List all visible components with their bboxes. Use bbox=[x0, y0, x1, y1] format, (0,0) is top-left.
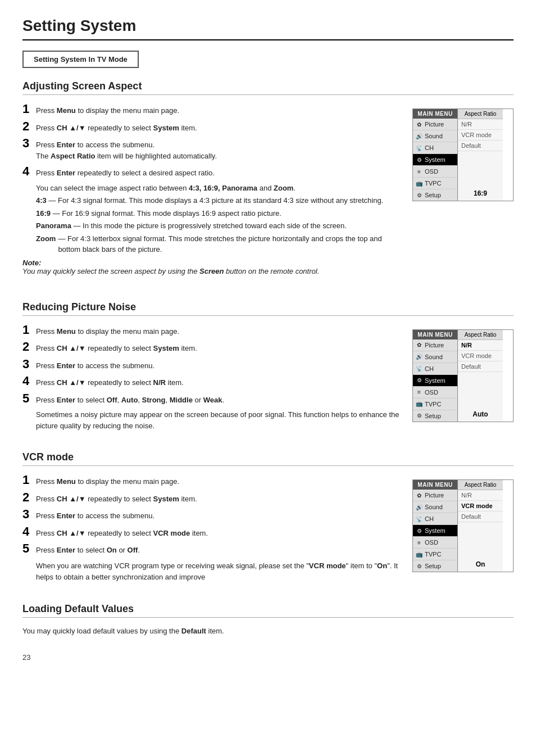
step-3-4: 4 Press CH ▲/▼ repeatedly to select VCR … bbox=[22, 526, 401, 539]
submenu-default-1: Default bbox=[458, 141, 503, 151]
step-3-2: 2 Press CH ▲/▼ repeatedly to select Syst… bbox=[22, 491, 401, 505]
picture-icon-3: ✿ bbox=[415, 491, 423, 499]
system-icon-2: ⚙ bbox=[415, 377, 423, 384]
section-title-4: Loading Default Values bbox=[22, 603, 514, 618]
menu-col-left-2: MAIN MENU ✿Picture 🔊Sound 📡CH ⚙System ≡O… bbox=[413, 330, 458, 422]
setup-icon-2: ⚙ bbox=[415, 412, 423, 420]
section-title-1: Adjusting Screen Aspect bbox=[22, 80, 514, 95]
steps-list-3: 1 Press Menu to display the menu main pa… bbox=[22, 474, 401, 556]
sound-icon-3: 🔊 bbox=[415, 503, 423, 511]
menu-item-ch-1: 📡CH bbox=[413, 142, 457, 154]
menu-header-2: MAIN MENU bbox=[413, 330, 457, 339]
menu-item-tvpc-1: 📺TVPC bbox=[413, 178, 457, 189]
menu-item-setup-2: ⚙Setup bbox=[413, 410, 457, 422]
step-2-5: 5 Press Enter to select Off, Auto, Stron… bbox=[22, 392, 401, 406]
picture-icon-2: ✿ bbox=[415, 341, 423, 349]
step-2-2: 2 Press CH ▲/▼ repeatedly to select Syst… bbox=[22, 341, 401, 354]
ch-icon-3: 📡 bbox=[415, 515, 423, 523]
menu-col-right-3: Aspect Ratio N/R VCR mode Default On bbox=[458, 480, 503, 572]
section-vcr-mode: VCR mode 1 Press Menu to display the men… bbox=[22, 451, 514, 586]
section-loading-default: Loading Default Values You may quickly l… bbox=[22, 603, 514, 637]
step-1-3: 3 Press Enter to access the submenu. The… bbox=[22, 137, 401, 161]
section-3-sub-info: When you are watching VCR program type o… bbox=[36, 560, 401, 583]
tvpc-icon-2: 📺 bbox=[415, 400, 423, 408]
picture-icon-1: ✿ bbox=[415, 120, 423, 128]
submenu-vcrmode-3: VCR mode bbox=[458, 501, 503, 511]
osd-icon-3: ≡ bbox=[415, 538, 423, 546]
section-1-note: Note: You may quickly select the screen … bbox=[22, 259, 401, 275]
submenu-header-2: Aspect Ratio bbox=[458, 330, 503, 340]
menu-item-system-1: ⚙System bbox=[413, 154, 457, 166]
menu-item-ch-3: 📡CH bbox=[413, 513, 457, 525]
system-icon-3: ⚙ bbox=[415, 527, 423, 535]
menu-item-picture-1: ✿Picture bbox=[413, 119, 457, 130]
tv-mode-box: Setting System In TV Mode bbox=[22, 51, 139, 68]
menu-header-1: MAIN MENU bbox=[413, 109, 457, 119]
submenu-nr-2: N/R bbox=[458, 340, 503, 351]
step-2-3: 3 Press Enter to access the submenu. bbox=[22, 358, 401, 372]
submenu-value-1: 16:9 bbox=[458, 186, 503, 201]
menu-item-tvpc-3: 📺TVPC bbox=[413, 549, 457, 560]
menu-col-right-1: Aspect Ratio N/R VCR mode Default 16:9 bbox=[458, 109, 503, 201]
menu-item-sound-1: 🔊Sound bbox=[413, 130, 457, 142]
menu-col-left-3: MAIN MENU ✿Picture 🔊Sound 📡CH ⚙System ≡O… bbox=[413, 480, 458, 572]
submenu-nr-3: N/R bbox=[458, 490, 503, 501]
section-reducing-picture-noise: Reducing Picture Noise 1 Press Menu to d… bbox=[22, 301, 514, 435]
menu-item-tvpc-2: 📺TVPC bbox=[413, 399, 457, 410]
submenu-vcrmode-2: VCR mode bbox=[458, 351, 503, 361]
submenu-value-3: On bbox=[458, 557, 503, 572]
menu-item-osd-2: ≡OSD bbox=[413, 387, 457, 399]
menu-diagram-3: MAIN MENU ✿Picture 🔊Sound 📡CH ⚙System ≡O… bbox=[412, 479, 514, 572]
step-1-4: 4 Press Enter repeatedly to select a des… bbox=[22, 165, 401, 179]
submenu-nr-1: N/R bbox=[458, 119, 503, 130]
osd-icon-2: ≡ bbox=[415, 388, 423, 396]
step-2-4: 4 Press CH ▲/▼ repeatedly to select N/R … bbox=[22, 375, 401, 388]
section-4-text: You may quickly load default values by u… bbox=[22, 626, 514, 637]
menu-item-ch-2: 📡CH bbox=[413, 363, 457, 375]
tvpc-icon-3: 📺 bbox=[415, 550, 423, 558]
steps-list-1: 1 Press Menu to display the menu main pa… bbox=[22, 103, 401, 179]
menu-header-3: MAIN MENU bbox=[413, 480, 457, 490]
section-2-sub-info: Sometimes a noisy picture may appear on … bbox=[36, 409, 401, 431]
page-title: Setting System bbox=[22, 17, 514, 40]
section-3-instructions: 1 Press Menu to display the menu main pa… bbox=[22, 474, 401, 586]
section-1-instructions: 1 Press Menu to display the menu main pa… bbox=[22, 103, 401, 284]
step-3-1: 1 Press Menu to display the menu main pa… bbox=[22, 474, 401, 487]
menu-diagram-1: MAIN MENU ✿Picture 🔊Sound 📡CH ⚙System ≡O… bbox=[412, 108, 514, 201]
setup-icon-1: ⚙ bbox=[415, 191, 423, 199]
section-1-sub-info: You can select the image aspect ratio be… bbox=[36, 183, 401, 255]
section-title-2: Reducing Picture Noise bbox=[22, 301, 514, 316]
system-icon-1: ⚙ bbox=[415, 156, 423, 164]
submenu-vcrmode-1: VCR mode bbox=[458, 130, 503, 141]
section-3-content: 1 Press Menu to display the menu main pa… bbox=[22, 474, 514, 586]
sound-icon-1: 🔊 bbox=[415, 132, 423, 140]
step-3-5: 5 Press Enter to select On or Off. bbox=[22, 542, 401, 556]
menu-item-system-2: ⚙System bbox=[413, 375, 457, 387]
menu-diagram-2: MAIN MENU ✿Picture 🔊Sound 📡CH ⚙System ≡O… bbox=[412, 329, 514, 422]
section-2-content: 1 Press Menu to display the menu main pa… bbox=[22, 324, 514, 435]
tvpc-icon-1: 📺 bbox=[415, 179, 423, 187]
menu-item-sound-3: 🔊Sound bbox=[413, 501, 457, 513]
section-title-3: VCR mode bbox=[22, 451, 514, 466]
submenu-default-3: Default bbox=[458, 511, 503, 522]
step-3-3: 3 Press Enter to access the submenu. bbox=[22, 508, 401, 522]
step-1-1: 1 Press Menu to display the menu main pa… bbox=[22, 103, 401, 116]
menu-item-setup-3: ⚙Setup bbox=[413, 560, 457, 572]
section-2-instructions: 1 Press Menu to display the menu main pa… bbox=[22, 324, 401, 435]
section-adjusting-screen-aspect: Adjusting Screen Aspect 1 Press Menu to … bbox=[22, 80, 514, 284]
menu-item-osd-1: ≡OSD bbox=[413, 166, 457, 178]
submenu-value-2: Auto bbox=[458, 407, 503, 422]
menu-item-sound-2: 🔊Sound bbox=[413, 351, 457, 363]
setup-icon-3: ⚙ bbox=[415, 562, 423, 570]
page-number: 23 bbox=[22, 653, 514, 662]
menu-col-right-2: Aspect Ratio N/R VCR mode Default Auto bbox=[458, 330, 503, 422]
menu-item-osd-3: ≡OSD bbox=[413, 537, 457, 549]
step-2-1: 1 Press Menu to display the menu main pa… bbox=[22, 324, 401, 337]
section-1-content: 1 Press Menu to display the menu main pa… bbox=[22, 103, 514, 284]
menu-item-picture-2: ✿Picture bbox=[413, 339, 457, 351]
step-1-2: 2 Press CH ▲/▼ repeatedly to select Syst… bbox=[22, 120, 401, 134]
sound-icon-2: 🔊 bbox=[415, 353, 423, 361]
ch-icon-2: 📡 bbox=[415, 365, 423, 373]
submenu-header-1: Aspect Ratio bbox=[458, 109, 503, 119]
steps-list-2: 1 Press Menu to display the menu main pa… bbox=[22, 324, 401, 406]
